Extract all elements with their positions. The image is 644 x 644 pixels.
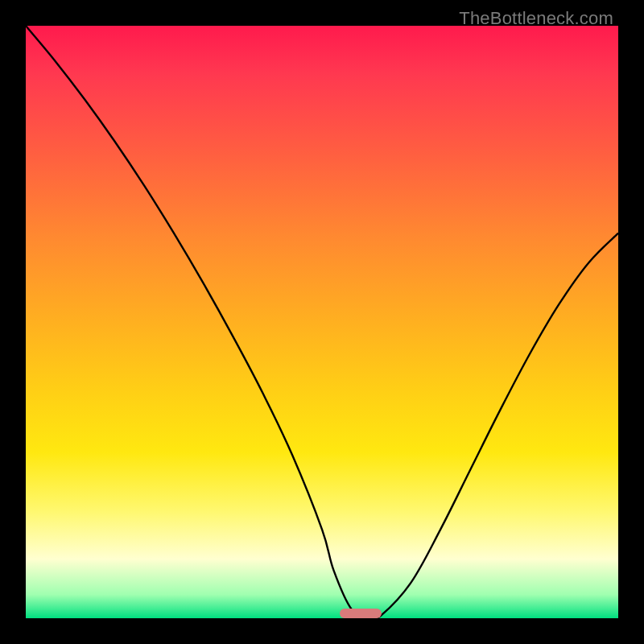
bottleneck-curve (26, 26, 618, 620)
watermark-text: TheBottleneck.com (459, 8, 613, 29)
minimum-marker (340, 609, 382, 618)
curve-layer (26, 26, 618, 618)
chart-container: TheBottleneck.com (0, 0, 644, 644)
